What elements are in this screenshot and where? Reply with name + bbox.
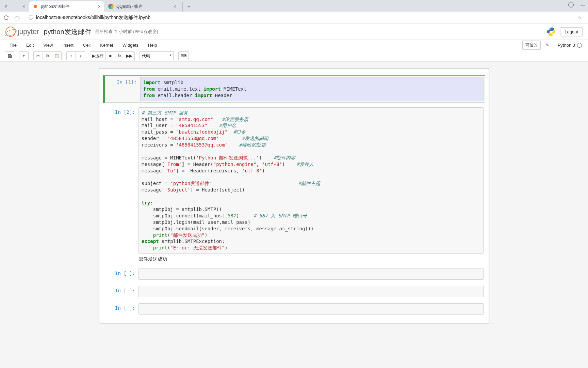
move-down-button[interactable]: ↓ <box>76 51 85 60</box>
menu-kernel[interactable]: Kernel <box>95 40 118 50</box>
page-body: jupyter python发送邮件 最后检查: 1 小时前 (未保存改变) L… <box>0 24 588 368</box>
run-button[interactable]: ▶ 运行 <box>90 51 106 60</box>
close-icon[interactable]: × <box>22 4 25 9</box>
command-palette-button[interactable]: ⌨ <box>178 51 189 60</box>
cell-output: 邮件发送成功 <box>138 254 484 262</box>
favicon-qq-icon <box>108 4 114 9</box>
paste-button[interactable]: 📋 <box>52 51 62 60</box>
jupyter-logo[interactable]: jupyter <box>5 27 39 37</box>
menu-view[interactable]: View <box>38 40 58 50</box>
edit-icon[interactable]: ✎ <box>543 43 551 48</box>
menu-widgets[interactable]: Widgets <box>118 40 143 50</box>
url-field[interactable]: ⓘ localhost:8888/notebooks/bilibili/pyth… <box>24 13 574 22</box>
python-logo-icon <box>546 27 556 36</box>
cell-prompt: In [2]: <box>104 107 138 263</box>
code-cell[interactable]: In [ ]: <box>103 267 485 281</box>
cell-prompt: In [ ]: <box>104 286 138 297</box>
code-input[interactable]: import smtplib from email.mime.text impo… <box>140 77 484 101</box>
jupyter-planet-icon <box>5 27 16 37</box>
code-input[interactable] <box>138 303 484 315</box>
cell-prompt: In [1]: <box>106 77 140 101</box>
site-info-icon[interactable]: ⓘ <box>29 15 33 21</box>
tab-label: python发送邮件 <box>41 4 96 10</box>
code-cell[interactable]: In [ ]: <box>103 302 485 316</box>
reload-icon[interactable] <box>3 14 10 21</box>
svg-rect-0 <box>9 54 10 55</box>
close-icon[interactable]: × <box>174 4 176 9</box>
new-tab-button[interactable]: + <box>182 2 192 12</box>
jupyter-brand-text: jupyter <box>18 27 39 36</box>
interrupt-button[interactable]: ■ <box>105 51 115 60</box>
logout-button[interactable]: Logout <box>560 27 583 36</box>
address-bar: ⓘ localhost:8888/notebooks/bilibili/pyth… <box>0 12 588 24</box>
kernel-indicator[interactable]: Python 3 <box>554 43 582 48</box>
code-cell[interactable]: In [1]: import smtplib from email.mime.t… <box>103 75 485 103</box>
code-input[interactable] <box>138 269 484 280</box>
checkpoint-status: 最后检查: 1 小时前 (未保存改变) <box>95 29 158 35</box>
menu-edit[interactable]: Edit <box>21 40 38 50</box>
notebook-container: In [1]: import smtplib from email.mime.t… <box>99 68 489 323</box>
bookmark-star-icon[interactable]: ☆ <box>578 15 582 20</box>
trusted-indicator[interactable]: 可信的 <box>522 41 541 50</box>
copy-button[interactable]: ⧉ <box>43 51 52 60</box>
browser-tab-active[interactable]: python发送邮件 × <box>29 1 104 12</box>
url-text: localhost:8888/notebooks/bilibili/python… <box>36 15 150 21</box>
cut-button[interactable]: ✂ <box>33 51 43 60</box>
cell-type-select[interactable]: 代码 <box>140 51 174 60</box>
code-cell[interactable]: In [ ]: <box>103 284 485 299</box>
profile-icon[interactable] <box>568 2 574 7</box>
minimize-icon[interactable]: — <box>581 2 585 7</box>
kernel-status-icon <box>577 43 582 48</box>
menu-insert[interactable]: Insert <box>58 40 78 50</box>
jupyter-header: jupyter python发送邮件 最后检查: 1 小时前 (未保存改变) L… <box>0 24 588 40</box>
code-input[interactable]: # 第三方 SMTP 服务 mail_host = "smtp.qq.com" … <box>138 107 484 254</box>
restart-button[interactable]: ↻ <box>115 51 124 60</box>
menu-cell[interactable]: Cell <box>78 40 95 50</box>
tab-label: QQ邮箱 - 帐户 <box>116 4 172 10</box>
menu-file[interactable]: File <box>5 40 21 50</box>
restart-run-all-button[interactable]: ▶▶ <box>124 51 135 60</box>
code-cell[interactable]: In [2]: # 第三方 SMTP 服务 mail_host = "smtp.… <box>103 106 485 264</box>
browser-tab-strip: i/ × python发送邮件 × QQ邮箱 - 帐户 × + — <box>0 0 588 12</box>
browser-tab[interactable]: i/ × <box>1 1 29 12</box>
cell-prompt: In [ ]: <box>104 303 138 315</box>
svg-rect-1 <box>9 56 10 58</box>
toolbar: + ✂ ⧉ 📋 ↑ ↓ ▶ 运行 ■ ↻ ▶▶ 代码 <box>0 50 588 62</box>
code-input[interactable] <box>138 286 484 297</box>
add-cell-button[interactable]: + <box>19 51 29 60</box>
home-icon[interactable] <box>14 14 20 21</box>
save-button[interactable] <box>5 51 14 60</box>
move-up-button[interactable]: ↑ <box>66 51 76 60</box>
notebook-name[interactable]: python发送邮件 <box>44 27 92 36</box>
kernel-name: Python 3 <box>558 43 575 48</box>
cell-prompt: In [ ]: <box>104 269 138 280</box>
favicon-jupyter-icon <box>33 4 38 9</box>
browser-tab[interactable]: QQ邮箱 - 帐户 × <box>105 1 180 12</box>
menu-help[interactable]: Help <box>143 40 162 50</box>
tab-label: i/ <box>5 4 20 9</box>
menu-bar: File Edit View Insert Cell Kernel Widget… <box>0 40 588 50</box>
close-icon[interactable]: × <box>98 4 101 9</box>
